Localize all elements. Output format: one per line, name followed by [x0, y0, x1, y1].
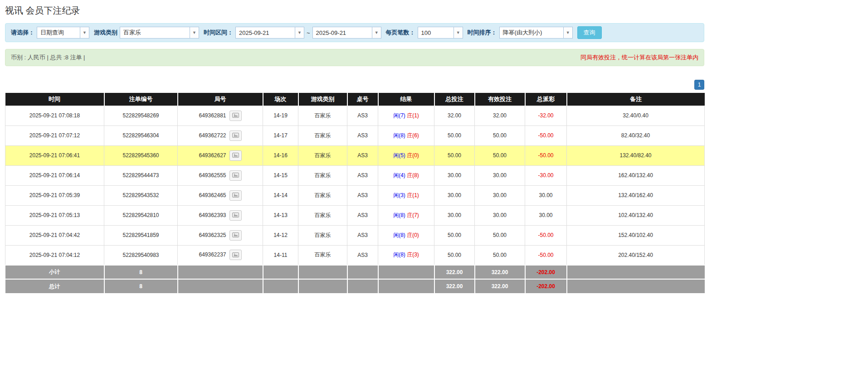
cell-round-id: 649362555	[178, 165, 263, 185]
round-replay-button[interactable]	[229, 111, 242, 121]
total-row: 总计 8 322.00 322.00 -202.00	[5, 279, 705, 293]
total-total-bet: 322.00	[434, 279, 475, 293]
cell-table-no: AS3	[347, 185, 378, 205]
cell-result: 闲(8) 庄(0)	[378, 225, 434, 245]
cell-round-id: 649362237	[178, 245, 263, 265]
replay-image-icon	[232, 193, 239, 198]
round-replay-button[interactable]	[229, 250, 242, 260]
filter-label-date-range: 时间区间：	[204, 29, 233, 37]
page-size-select[interactable]: 100 ▼	[418, 27, 463, 39]
table-row: 2025-09-21 07:08:18 522829548269 6493628…	[5, 106, 705, 126]
cell-round-id: 649362325	[178, 225, 263, 245]
sort-order-value: 降幂(由大到小)	[500, 27, 563, 38]
cell-total-bet[interactable]: 50.00	[434, 145, 475, 165]
bets-table: 时间 注单编号 局号 场次 游戏类别 桌号 结果 总投注 有效投注 总派彩 备注…	[5, 93, 705, 293]
table-row: 2025-09-21 07:04:12 522829540983 6493622…	[5, 245, 705, 265]
table-header-row: 时间 注单编号 局号 场次 游戏类别 桌号 结果 总投注 有效投注 总派彩 备注	[5, 93, 705, 106]
date-to-select[interactable]: 2025-09-21 ▼	[312, 27, 381, 39]
round-id-text: 649362555	[199, 172, 226, 178]
chevron-down-icon[interactable]: ▼	[80, 27, 89, 38]
cell-session: 14-17	[263, 126, 298, 145]
table-row: 2025-09-21 07:05:39 522829543532 6493624…	[5, 185, 705, 205]
cell-remark: 152.40/102.40	[567, 225, 705, 245]
round-replay-button[interactable]	[229, 190, 242, 201]
page-1-button[interactable]: 1	[694, 80, 704, 90]
cell-bet-id: 522829548269	[104, 106, 178, 126]
chevron-down-icon[interactable]: ▼	[563, 27, 572, 38]
round-replay-button[interactable]	[229, 150, 242, 161]
cell-table-no: AS3	[347, 165, 378, 185]
cell-table-no: AS3	[347, 126, 378, 145]
cell-game-type: 百家乐	[298, 205, 347, 225]
page-title: 视讯 会员下注纪录	[5, 5, 863, 17]
game-type-select[interactable]: 百家乐 ▼	[120, 27, 199, 39]
cell-time: 2025-09-21 07:06:41	[5, 145, 104, 165]
cell-session: 14-19	[263, 106, 298, 126]
cell-table-no: AS3	[347, 225, 378, 245]
table-row: 2025-09-21 07:07:12 522829546304 6493627…	[5, 126, 705, 145]
cell-game-type: 百家乐	[298, 185, 347, 205]
cell-remark: 82.40/32.40	[567, 126, 705, 145]
cell-payout: -50.00	[525, 225, 567, 245]
chevron-down-icon[interactable]: ▼	[454, 27, 463, 38]
sort-order-select[interactable]: 降幂(由大到小) ▼	[499, 27, 573, 39]
cell-payout: 30.00	[525, 205, 567, 225]
round-id-text: 649362627	[199, 152, 226, 158]
cell-result: 闲(3) 庄(1)	[378, 185, 434, 205]
page: 视讯 会员下注纪录 请选择： 日期查询 ▼ 游戏类别 百家乐 ▼ 时间区间： 2…	[0, 0, 868, 302]
cell-round-id: 649362722	[178, 126, 263, 145]
search-button[interactable]: 查询	[577, 26, 602, 39]
round-id-text: 649362237	[199, 251, 226, 258]
round-replay-button[interactable]	[229, 130, 242, 141]
cell-total-bet[interactable]: 30.00	[434, 185, 475, 205]
round-id-text: 649362881	[199, 112, 226, 118]
cell-payout: 30.00	[525, 185, 567, 205]
cell-total-bet[interactable]: 50.00	[434, 126, 475, 145]
cell-total-bet[interactable]: 30.00	[434, 205, 475, 225]
result-player: 闲(3)	[393, 192, 405, 198]
total-payout: -202.00	[525, 279, 567, 293]
round-replay-button[interactable]	[229, 170, 242, 181]
round-replay-button[interactable]	[229, 230, 242, 241]
chevron-down-icon[interactable]: ▼	[372, 27, 381, 38]
result-banker: 庄(1)	[407, 192, 419, 198]
cell-total-bet[interactable]: 30.00	[434, 165, 475, 185]
date-from-select[interactable]: 2025-09-21 ▼	[235, 27, 304, 39]
cell-result: 闲(8) 庄(6)	[378, 126, 434, 145]
cell-time: 2025-09-21 07:04:42	[5, 225, 104, 245]
cell-bet-id: 522829541859	[104, 225, 178, 245]
result-banker: 庄(8)	[407, 172, 419, 179]
cell-payout: -50.00	[525, 126, 567, 145]
result-player: 闲(8)	[393, 232, 405, 238]
cell-session: 14-12	[263, 225, 298, 245]
cell-valid-bet: 30.00	[475, 185, 525, 205]
total-label: 总计	[5, 279, 104, 293]
total-valid-bet: 322.00	[475, 279, 525, 293]
col-payout: 总派彩	[525, 93, 567, 106]
cell-table-no: AS3	[347, 245, 378, 265]
subtotal-payout: -202.00	[525, 265, 567, 279]
query-type-value: 日期查询	[37, 27, 80, 38]
col-session: 场次	[263, 93, 298, 106]
pagination: 1	[5, 80, 704, 90]
table-row: 2025-09-21 07:04:42 522829541859 6493623…	[5, 225, 705, 245]
cell-valid-bet: 30.00	[475, 165, 525, 185]
result-player: 闲(8)	[393, 251, 405, 258]
result-player: 闲(5)	[393, 152, 405, 159]
query-type-select[interactable]: 日期查询 ▼	[37, 27, 89, 39]
cell-total-bet[interactable]: 50.00	[434, 245, 475, 265]
round-replay-button[interactable]	[229, 210, 242, 221]
col-result: 结果	[378, 93, 434, 106]
cell-total-bet[interactable]: 32.00	[434, 106, 475, 126]
cell-result: 闲(7) 庄(1)	[378, 106, 434, 126]
chevron-down-icon[interactable]: ▼	[190, 27, 199, 38]
result-banker: 庄(7)	[407, 212, 419, 218]
cell-bet-id: 522829544473	[104, 165, 178, 185]
cell-round-id: 649362465	[178, 185, 263, 205]
col-time: 时间	[5, 93, 104, 106]
cell-remark: 102.40/132.40	[567, 205, 705, 225]
replay-image-icon	[232, 173, 239, 178]
chevron-down-icon[interactable]: ▼	[295, 27, 304, 38]
cell-total-bet[interactable]: 50.00	[434, 225, 475, 245]
cell-session: 14-16	[263, 145, 298, 165]
